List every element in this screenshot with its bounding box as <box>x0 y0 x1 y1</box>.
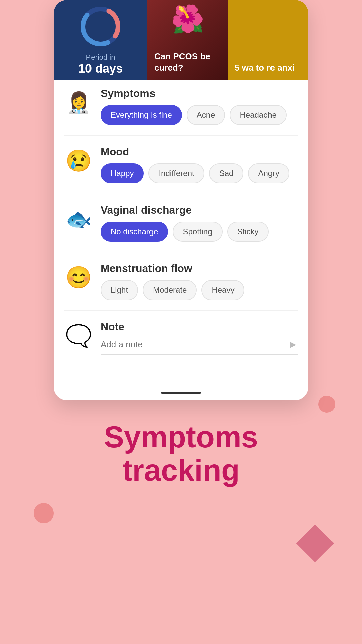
content-area: 👩‍⚕️ Symptoms Everything is fine Acne He… <box>54 80 308 388</box>
carousel: Period in 10 days 🌺 Can PCOS be cured? 5… <box>54 0 308 80</box>
discharge-tags: No discharge Spotting Sticky <box>101 222 298 242</box>
note-input-row: ► <box>101 338 298 355</box>
note-section: 🗨️ Note ► <box>64 321 298 365</box>
symptoms-content: Symptoms Everything is fine Acne Headach… <box>101 87 298 125</box>
discharge-content: Vaginal discharge No discharge Spotting … <box>101 204 298 242</box>
bottom-title-line1: Symptoms <box>104 420 258 454</box>
discharge-emoji: 🐟 <box>64 204 94 234</box>
symptoms-tags: Everything is fine Acne Headache <box>101 105 298 125</box>
period-ring-svg <box>79 5 122 48</box>
bg-decoration-diamond <box>296 524 334 562</box>
bottom-handle <box>161 392 201 394</box>
pcos-visual-icon: 🌺 <box>171 3 204 35</box>
bottom-section: Symptoms tracking <box>0 400 362 514</box>
anxiety-text: 5 wa to re anxi <box>235 62 302 74</box>
tag-light[interactable]: Light <box>101 280 138 300</box>
tag-moderate[interactable]: Moderate <box>143 280 197 300</box>
anxiety-card[interactable]: 5 wa to re anxi <box>228 0 308 80</box>
tag-sticky[interactable]: Sticky <box>227 222 269 242</box>
note-title: Note <box>101 321 298 333</box>
bottom-title: Symptoms tracking <box>13 421 349 487</box>
tag-everything-fine[interactable]: Everything is fine <box>101 105 182 125</box>
tag-heavy[interactable]: Heavy <box>201 280 244 300</box>
period-days: 10 days <box>78 62 123 76</box>
pcos-text: Can PCOS be cured? <box>154 51 221 74</box>
symptoms-title: Symptoms <box>101 87 298 100</box>
tag-spotting[interactable]: Spotting <box>173 222 222 242</box>
tag-sad[interactable]: Sad <box>209 163 244 183</box>
menstruation-section: 😊 Menstruation flow Light Moderate Heavy <box>64 262 298 311</box>
mood-content: Mood Happy Indifferent Sad Angry <box>101 146 298 183</box>
mood-section: 😢 Mood Happy Indifferent Sad Angry <box>64 146 298 194</box>
note-content: Note ► <box>101 321 298 355</box>
period-label: Period in <box>86 53 115 62</box>
mood-title: Mood <box>101 146 298 158</box>
tag-happy[interactable]: Happy <box>101 163 144 183</box>
tag-acne[interactable]: Acne <box>187 105 225 125</box>
tag-no-discharge[interactable]: No discharge <box>101 222 168 242</box>
menstruation-emoji: 😊 <box>64 262 94 292</box>
pcos-card[interactable]: 🌺 Can PCOS be cured? <box>147 0 228 80</box>
tag-indifferent[interactable]: Indifferent <box>148 163 204 183</box>
phone-card: Period in 10 days 🌺 Can PCOS be cured? 5… <box>54 0 308 400</box>
note-emoji: 🗨️ <box>64 321 94 351</box>
note-input[interactable] <box>101 339 288 350</box>
period-card[interactable]: Period in 10 days <box>54 0 147 80</box>
bottom-title-line2: tracking <box>122 453 240 487</box>
symptoms-section: 👩‍⚕️ Symptoms Everything is fine Acne He… <box>64 87 298 136</box>
menstruation-tags: Light Moderate Heavy <box>101 280 298 300</box>
symptoms-emoji: 👩‍⚕️ <box>64 87 94 117</box>
menstruation-content: Menstruation flow Light Moderate Heavy <box>101 262 298 300</box>
discharge-section: 🐟 Vaginal discharge No discharge Spottin… <box>64 204 298 252</box>
menstruation-title: Menstruation flow <box>101 262 298 275</box>
mood-tags: Happy Indifferent Sad Angry <box>101 163 298 183</box>
tag-headache[interactable]: Headache <box>230 105 286 125</box>
send-icon[interactable]: ► <box>288 338 298 351</box>
mood-emoji: 😢 <box>64 146 94 176</box>
tag-angry[interactable]: Angry <box>248 163 289 183</box>
discharge-title: Vaginal discharge <box>101 204 298 216</box>
